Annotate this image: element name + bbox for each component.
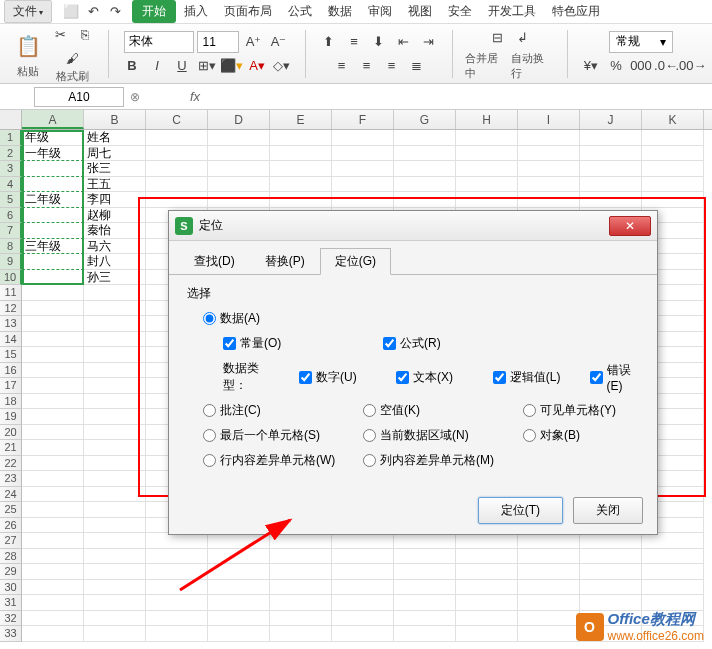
cell[interactable] [518, 626, 580, 642]
row-header[interactable]: 27 [0, 533, 22, 549]
cell[interactable] [22, 595, 84, 611]
cell[interactable] [146, 161, 208, 177]
cell[interactable] [580, 177, 642, 193]
cell[interactable] [84, 363, 146, 379]
cell[interactable] [394, 626, 456, 642]
cell[interactable] [146, 580, 208, 596]
row-header[interactable]: 25 [0, 502, 22, 518]
row-header[interactable]: 7 [0, 223, 22, 239]
cell[interactable] [22, 533, 84, 549]
cell[interactable] [642, 177, 704, 193]
cell[interactable] [22, 270, 84, 286]
cell[interactable] [642, 533, 704, 549]
bold-icon[interactable]: B [121, 55, 143, 77]
fill-color-icon[interactable]: ⬛▾ [221, 55, 243, 77]
cell[interactable] [332, 580, 394, 596]
cell[interactable] [580, 192, 642, 208]
cell[interactable] [22, 626, 84, 642]
cell[interactable] [456, 146, 518, 162]
cell[interactable]: 马六 [84, 239, 146, 255]
percent-icon[interactable]: % [605, 55, 627, 77]
cell[interactable] [642, 130, 704, 146]
cell[interactable] [22, 549, 84, 565]
row-header[interactable]: 28 [0, 549, 22, 565]
cell[interactable]: 一年级 [22, 146, 84, 162]
cell[interactable] [456, 580, 518, 596]
menu-tab-review[interactable]: 审阅 [360, 1, 400, 22]
cell[interactable] [22, 425, 84, 441]
tab-find[interactable]: 查找(D) [179, 248, 250, 275]
cell[interactable] [208, 595, 270, 611]
row-header[interactable]: 26 [0, 518, 22, 534]
cell[interactable] [270, 549, 332, 565]
cell[interactable] [84, 456, 146, 472]
row-header[interactable]: 20 [0, 425, 22, 441]
cell[interactable] [332, 564, 394, 580]
border-icon[interactable]: ⊞▾ [196, 55, 218, 77]
row-header[interactable]: 18 [0, 394, 22, 410]
cell[interactable] [580, 595, 642, 611]
cell[interactable] [580, 533, 642, 549]
cell[interactable] [146, 595, 208, 611]
menu-file[interactable]: 文件▾ [4, 0, 52, 23]
align-middle-icon[interactable]: ≡ [343, 31, 365, 53]
cell[interactable] [642, 161, 704, 177]
increase-font-icon[interactable]: A⁺ [242, 31, 264, 53]
row-header[interactable]: 13 [0, 316, 22, 332]
cell[interactable] [580, 161, 642, 177]
cell[interactable] [84, 564, 146, 580]
col-header-B[interactable]: B [84, 110, 146, 129]
row-header[interactable]: 24 [0, 487, 22, 503]
cell[interactable] [394, 549, 456, 565]
name-box[interactable] [34, 87, 124, 107]
close-button[interactable]: ✕ [609, 216, 651, 236]
cell[interactable] [22, 456, 84, 472]
cell[interactable] [22, 177, 84, 193]
col-header-G[interactable]: G [394, 110, 456, 129]
row-header[interactable]: 12 [0, 301, 22, 317]
cell[interactable] [332, 146, 394, 162]
cell[interactable] [456, 564, 518, 580]
cell[interactable] [332, 626, 394, 642]
underline-icon[interactable]: U [171, 55, 193, 77]
merge-icon[interactable]: ⊟ [486, 27, 508, 49]
cell[interactable] [22, 394, 84, 410]
cell[interactable]: 张三 [84, 161, 146, 177]
col-header-K[interactable]: K [642, 110, 704, 129]
select-all-corner[interactable] [0, 110, 22, 129]
cell[interactable] [642, 595, 704, 611]
cell[interactable]: 李四 [84, 192, 146, 208]
cell[interactable] [22, 301, 84, 317]
col-header-E[interactable]: E [270, 110, 332, 129]
cell[interactable] [208, 549, 270, 565]
cut-icon[interactable]: ✂ [49, 23, 71, 45]
increase-decimal-icon[interactable]: .00→ [680, 55, 702, 77]
check-text[interactable]: 文本(X) [396, 369, 483, 386]
italic-icon[interactable]: I [146, 55, 168, 77]
cell[interactable] [518, 549, 580, 565]
col-header-D[interactable]: D [208, 110, 270, 129]
cell[interactable] [332, 161, 394, 177]
row-header[interactable]: 31 [0, 595, 22, 611]
cell[interactable] [580, 549, 642, 565]
row-header[interactable]: 10 [0, 270, 22, 286]
cell[interactable] [22, 564, 84, 580]
cell[interactable] [208, 192, 270, 208]
cell[interactable] [394, 580, 456, 596]
cell[interactable] [518, 580, 580, 596]
cell[interactable] [394, 564, 456, 580]
cell[interactable] [84, 285, 146, 301]
row-header[interactable]: 30 [0, 580, 22, 596]
fx-label[interactable]: fx [190, 89, 200, 104]
cell[interactable] [270, 611, 332, 627]
row-header[interactable]: 23 [0, 471, 22, 487]
cell[interactable]: 王五 [84, 177, 146, 193]
cell[interactable] [84, 378, 146, 394]
cell[interactable]: 周七 [84, 146, 146, 162]
cell[interactable] [208, 626, 270, 642]
cell[interactable] [22, 347, 84, 363]
align-bottom-icon[interactable]: ⬇ [368, 31, 390, 53]
cell[interactable] [146, 192, 208, 208]
cell[interactable] [642, 549, 704, 565]
row-header[interactable]: 5 [0, 192, 22, 208]
